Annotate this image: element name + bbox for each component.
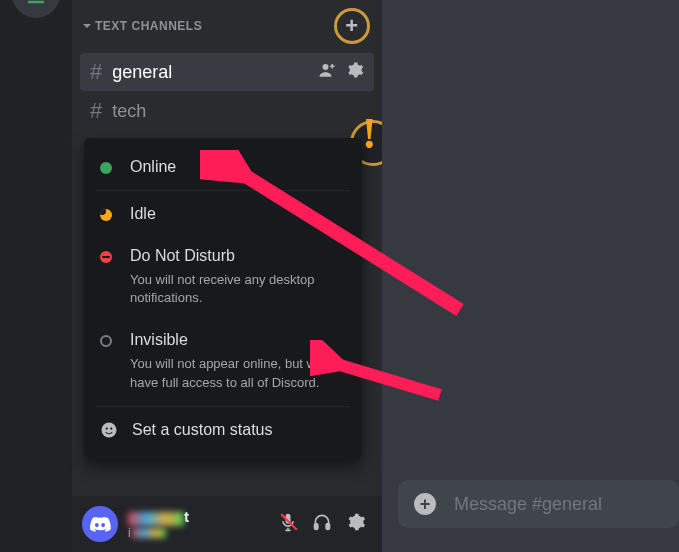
channel-tech[interactable]: # tech: [80, 92, 374, 130]
status-option-idle[interactable]: Idle: [84, 193, 362, 235]
divider: [96, 406, 350, 407]
status-label: Do Not Disturb: [130, 247, 346, 265]
online-status-icon: [100, 162, 112, 174]
channel-label: general: [112, 62, 318, 83]
exclamation-icon: !: [362, 108, 377, 159]
user-avatar[interactable]: [82, 506, 118, 542]
add-attachment-button[interactable]: +: [414, 493, 436, 515]
emoji-icon: [100, 421, 118, 439]
custom-status-label: Set a custom status: [132, 421, 273, 439]
user-settings-button[interactable]: [346, 512, 366, 536]
download-apps-button[interactable]: [12, 0, 60, 18]
deafen-button[interactable]: [312, 512, 332, 536]
custom-status-button[interactable]: Set a custom status: [84, 409, 362, 451]
gear-icon[interactable]: [346, 61, 364, 84]
status-option-online[interactable]: Online: [84, 146, 362, 188]
status-desc: You will not receive any desktop notific…: [130, 271, 346, 307]
hashtag-icon: #: [90, 59, 102, 85]
channel-general[interactable]: # general: [80, 53, 374, 91]
status-label: Online: [130, 158, 176, 176]
svg-point-1: [102, 422, 117, 437]
message-input-bar[interactable]: + Message #general: [398, 480, 679, 528]
chat-content: + Message #general: [382, 0, 679, 552]
status-label: Invisible: [130, 331, 346, 349]
svg-point-2: [106, 427, 108, 429]
idle-status-icon: [100, 209, 112, 221]
mute-button[interactable]: [278, 512, 298, 536]
user-panel: t i: [72, 496, 382, 552]
invisible-status-icon: [100, 335, 112, 347]
user-tag: i: [128, 526, 278, 540]
hashtag-icon: #: [90, 98, 102, 124]
message-input-placeholder: Message #general: [454, 494, 602, 515]
svg-point-0: [323, 64, 329, 70]
chevron-down-icon: [82, 21, 92, 31]
status-desc: You will not appear online, but will hav…: [130, 355, 346, 391]
dnd-status-icon: [100, 251, 112, 263]
guild-sidebar: [0, 0, 72, 552]
svg-rect-5: [326, 524, 329, 530]
status-option-dnd[interactable]: Do Not Disturb You will not receive any …: [84, 235, 362, 319]
channels-header-label: TEXT CHANNELS: [95, 19, 334, 33]
status-popup: Online Idle Do Not Disturb You will not …: [84, 138, 362, 459]
svg-rect-4: [315, 524, 318, 530]
username: t: [128, 508, 278, 525]
add-channel-button[interactable]: +: [334, 8, 370, 44]
invite-icon[interactable]: [318, 61, 336, 84]
status-label: Idle: [130, 205, 156, 223]
channel-label: tech: [112, 101, 364, 122]
status-option-invisible[interactable]: Invisible You will not appear online, bu…: [84, 319, 362, 403]
user-info[interactable]: t i: [128, 508, 278, 539]
divider: [96, 190, 350, 191]
svg-point-3: [110, 427, 112, 429]
channels-header[interactable]: TEXT CHANNELS +: [72, 0, 382, 52]
